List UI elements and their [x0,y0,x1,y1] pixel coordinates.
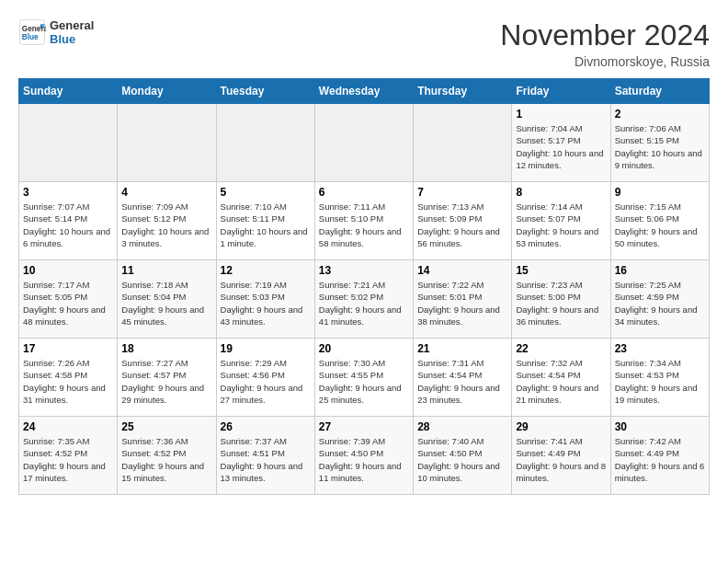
day-detail: Sunrise: 7:10 AM Sunset: 5:11 PM Dayligh… [221,201,311,249]
day-number: 13 [319,264,409,277]
week-row-2: 3Sunrise: 7:07 AM Sunset: 5:14 PM Daylig… [19,182,710,260]
day-number: 27 [319,420,409,433]
calendar-cell: 10Sunrise: 7:17 AM Sunset: 5:05 PM Dayli… [19,260,118,339]
calendar-cell: 17Sunrise: 7:26 AM Sunset: 4:58 PM Dayli… [19,339,118,417]
day-number: 26 [221,420,311,433]
day-detail: Sunrise: 7:06 AM Sunset: 5:15 PM Dayligh… [615,122,705,171]
svg-text:Blue: Blue [22,33,39,41]
days-header-row: SundayMondayTuesdayWednesdayThursdayFrid… [19,79,710,104]
day-detail: Sunrise: 7:14 AM Sunset: 5:07 PM Dayligh… [516,201,606,249]
week-row-1: 1Sunrise: 7:04 AM Sunset: 5:17 PM Daylig… [19,104,710,182]
calendar-cell: 19Sunrise: 7:29 AM Sunset: 4:56 PM Dayli… [216,339,314,417]
logo: General Blue GeneralBlue [18,18,94,46]
calendar-cell: 24Sunrise: 7:35 AM Sunset: 4:52 PM Dayli… [19,417,118,495]
day-detail: Sunrise: 7:30 AM Sunset: 4:55 PM Dayligh… [319,357,409,406]
calendar-cell: 8Sunrise: 7:14 AM Sunset: 5:07 PM Daylig… [512,182,610,260]
day-header-sunday: Sunday [19,79,118,104]
calendar-cell: 2Sunrise: 7:06 AM Sunset: 5:15 PM Daylig… [610,104,709,182]
day-detail: Sunrise: 7:18 AM Sunset: 5:04 PM Dayligh… [121,279,211,327]
day-number: 11 [121,264,211,277]
day-header-tuesday: Tuesday [216,79,314,104]
day-detail: Sunrise: 7:37 AM Sunset: 4:51 PM Dayligh… [221,435,311,484]
day-number: 8 [516,186,606,199]
day-number: 2 [615,108,705,121]
day-detail: Sunrise: 7:41 AM Sunset: 4:49 PM Dayligh… [516,435,606,484]
calendar-cell: 14Sunrise: 7:22 AM Sunset: 5:01 PM Dayli… [414,260,512,339]
page-header: General Blue GeneralBlue November 2024 D… [18,18,710,69]
day-number: 22 [516,342,606,355]
calendar-cell [19,104,118,182]
day-detail: Sunrise: 7:42 AM Sunset: 4:49 PM Dayligh… [615,435,705,484]
day-header-monday: Monday [118,79,216,104]
day-number: 25 [121,420,211,433]
day-number: 19 [221,342,311,355]
day-detail: Sunrise: 7:31 AM Sunset: 4:54 PM Dayligh… [417,357,507,406]
calendar-cell [414,104,512,182]
day-detail: Sunrise: 7:07 AM Sunset: 5:14 PM Dayligh… [23,201,113,249]
day-detail: Sunrise: 7:19 AM Sunset: 5:03 PM Dayligh… [221,279,311,327]
day-number: 23 [615,342,705,355]
day-number: 16 [615,264,705,277]
calendar-cell [314,104,413,182]
day-detail: Sunrise: 7:13 AM Sunset: 5:09 PM Dayligh… [417,201,507,249]
day-number: 9 [615,186,705,199]
location: Divnomorskoye, Russia [500,54,710,69]
week-row-3: 10Sunrise: 7:17 AM Sunset: 5:05 PM Dayli… [19,260,710,339]
calendar-cell: 18Sunrise: 7:27 AM Sunset: 4:57 PM Dayli… [118,339,216,417]
logo-text: GeneralBlue [50,18,94,46]
calendar-cell: 22Sunrise: 7:32 AM Sunset: 4:54 PM Dayli… [512,339,610,417]
day-detail: Sunrise: 7:39 AM Sunset: 4:50 PM Dayligh… [319,435,409,484]
day-number: 1 [516,108,606,121]
title-block: November 2024 Divnomorskoye, Russia [500,18,710,69]
calendar-cell: 28Sunrise: 7:40 AM Sunset: 4:50 PM Dayli… [414,417,512,495]
logo-icon: General Blue [18,18,46,46]
day-number: 21 [417,342,507,355]
day-number: 20 [319,342,409,355]
calendar-cell: 1Sunrise: 7:04 AM Sunset: 5:17 PM Daylig… [512,104,610,182]
calendar-cell: 29Sunrise: 7:41 AM Sunset: 4:49 PM Dayli… [512,417,610,495]
calendar-cell [216,104,314,182]
day-number: 17 [23,342,113,355]
day-number: 14 [417,264,507,277]
calendar-cell: 9Sunrise: 7:15 AM Sunset: 5:06 PM Daylig… [610,182,709,260]
calendar-cell: 27Sunrise: 7:39 AM Sunset: 4:50 PM Dayli… [314,417,413,495]
calendar-cell: 11Sunrise: 7:18 AM Sunset: 5:04 PM Dayli… [118,260,216,339]
day-detail: Sunrise: 7:21 AM Sunset: 5:02 PM Dayligh… [319,279,409,327]
day-detail: Sunrise: 7:11 AM Sunset: 5:10 PM Dayligh… [319,201,409,249]
day-number: 7 [417,186,507,199]
day-number: 30 [615,420,705,433]
day-detail: Sunrise: 7:32 AM Sunset: 4:54 PM Dayligh… [516,357,606,406]
day-detail: Sunrise: 7:40 AM Sunset: 4:50 PM Dayligh… [417,435,507,484]
day-detail: Sunrise: 7:36 AM Sunset: 4:52 PM Dayligh… [121,435,211,484]
day-number: 4 [121,186,211,199]
day-detail: Sunrise: 7:34 AM Sunset: 4:53 PM Dayligh… [615,357,705,406]
month-title: November 2024 [500,18,710,52]
calendar-cell: 12Sunrise: 7:19 AM Sunset: 5:03 PM Dayli… [216,260,314,339]
day-detail: Sunrise: 7:22 AM Sunset: 5:01 PM Dayligh… [417,279,507,327]
day-detail: Sunrise: 7:04 AM Sunset: 5:17 PM Dayligh… [516,122,606,171]
day-detail: Sunrise: 7:23 AM Sunset: 5:00 PM Dayligh… [516,279,606,327]
calendar-cell: 3Sunrise: 7:07 AM Sunset: 5:14 PM Daylig… [19,182,118,260]
calendar-cell: 16Sunrise: 7:25 AM Sunset: 4:59 PM Dayli… [610,260,709,339]
day-detail: Sunrise: 7:09 AM Sunset: 5:12 PM Dayligh… [121,201,211,249]
week-row-5: 24Sunrise: 7:35 AM Sunset: 4:52 PM Dayli… [19,417,710,495]
day-detail: Sunrise: 7:29 AM Sunset: 4:56 PM Dayligh… [221,357,311,406]
day-detail: Sunrise: 7:15 AM Sunset: 5:06 PM Dayligh… [615,201,705,249]
calendar-cell: 25Sunrise: 7:36 AM Sunset: 4:52 PM Dayli… [118,417,216,495]
day-detail: Sunrise: 7:27 AM Sunset: 4:57 PM Dayligh… [121,357,211,406]
calendar-cell: 4Sunrise: 7:09 AM Sunset: 5:12 PM Daylig… [118,182,216,260]
day-detail: Sunrise: 7:25 AM Sunset: 4:59 PM Dayligh… [615,279,705,327]
calendar-cell: 20Sunrise: 7:30 AM Sunset: 4:55 PM Dayli… [314,339,413,417]
day-number: 10 [23,264,113,277]
calendar-table: SundayMondayTuesdayWednesdayThursdayFrid… [18,78,710,495]
calendar-cell: 5Sunrise: 7:10 AM Sunset: 5:11 PM Daylig… [216,182,314,260]
calendar-cell: 13Sunrise: 7:21 AM Sunset: 5:02 PM Dayli… [314,260,413,339]
calendar-cell [118,104,216,182]
day-header-friday: Friday [512,79,610,104]
day-header-thursday: Thursday [414,79,512,104]
day-number: 18 [121,342,211,355]
calendar-cell: 30Sunrise: 7:42 AM Sunset: 4:49 PM Dayli… [610,417,709,495]
day-number: 3 [23,186,113,199]
calendar-cell: 7Sunrise: 7:13 AM Sunset: 5:09 PM Daylig… [414,182,512,260]
calendar-cell: 21Sunrise: 7:31 AM Sunset: 4:54 PM Dayli… [414,339,512,417]
